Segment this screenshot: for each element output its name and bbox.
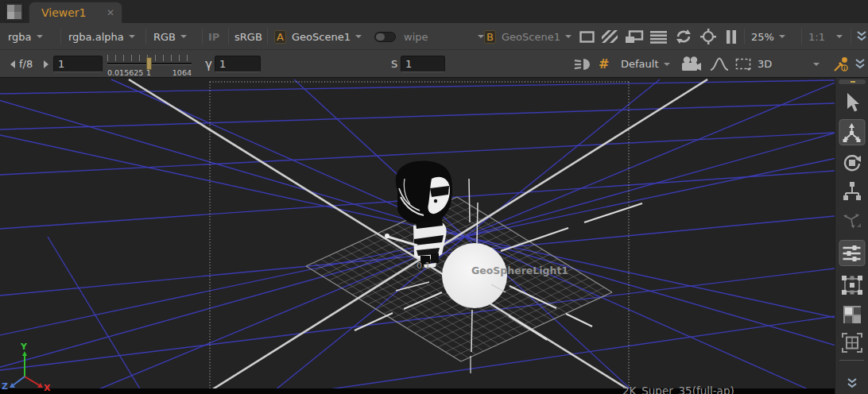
- gamma-label: γ: [205, 50, 212, 78]
- world-axis-line-x: [129, 79, 636, 394]
- color-sample-button[interactable]: [833, 50, 849, 78]
- tab-viewer1[interactable]: Viewer1 ✕: [29, 2, 122, 23]
- viewer-toolbar-bottom: f/8 0.015625 1 1064 γ 0 1 4 S: [0, 50, 868, 78]
- close-icon[interactable]: ✕: [107, 7, 114, 18]
- toolbar-overflow-button[interactable]: [856, 23, 867, 50]
- cursor-icon: [844, 92, 860, 113]
- input-b-selector[interactable]: B GeoScene1: [484, 23, 572, 50]
- gamma-field-wrap: [215, 50, 261, 78]
- roi-button[interactable]: [579, 23, 595, 50]
- separator: [744, 29, 745, 44]
- refresh-icon: [675, 29, 692, 44]
- diagonal-stripes-icon: [602, 30, 618, 43]
- chevron-down-icon: [478, 35, 484, 41]
- update-button[interactable]: [700, 23, 716, 50]
- wipe-mode-dropdown[interactable]: wipe: [404, 23, 484, 50]
- side-toolbar-divider: [839, 360, 864, 361]
- scale-tool-button[interactable]: [842, 181, 862, 202]
- viewer-lut-dropdown[interactable]: Default: [621, 50, 670, 78]
- grid-toggle-button[interactable]: #: [599, 50, 609, 78]
- chevron-down-icon: [664, 63, 670, 69]
- zoom-level-dropdown[interactable]: 25%: [751, 23, 785, 50]
- side-toolbar-handle[interactable]: [839, 79, 866, 84]
- headlight-icon: [574, 57, 593, 71]
- gain-input[interactable]: [53, 56, 103, 72]
- channel-layer-dropdown[interactable]: rgba: [8, 23, 43, 50]
- input-b-badge: B: [484, 30, 496, 44]
- gamma-input[interactable]: [215, 56, 261, 72]
- rectangle-outline-icon: [579, 31, 595, 43]
- right-triangle-icon: [44, 60, 52, 68]
- format-label: 2K_Super_35(full-ap): [622, 384, 734, 394]
- frame-view-button[interactable]: [841, 332, 863, 353]
- wipe-toggle[interactable]: [374, 23, 396, 50]
- axis-z-label: Z: [2, 381, 8, 392]
- rotate-tool-button[interactable]: [842, 153, 862, 173]
- light-label: GeoSphereLight1: [471, 265, 568, 276]
- pixel-aspect-dropdown[interactable]: 1:1: [808, 23, 843, 50]
- pane-menu-icon: [7, 5, 14, 12]
- chevron-down-icon: [836, 35, 843, 41]
- next-stop-button[interactable]: [44, 50, 52, 78]
- nuke-viewer-window: Viewer1 ✕ rgba rgba.alpha RGB IP sRGB A …: [0, 0, 868, 394]
- headlamp-button[interactable]: [574, 50, 593, 78]
- rotate-icon: [842, 153, 862, 173]
- eyedropper-icon: [833, 56, 849, 72]
- vertex-select-button[interactable]: [841, 275, 863, 296]
- double-chevron-down-icon: [854, 59, 866, 70]
- input-a-selector[interactable]: A GeoScene1: [274, 23, 362, 50]
- chevron-down-icon: [779, 35, 785, 41]
- separator: [851, 29, 851, 44]
- layout-grid-button[interactable]: [842, 304, 862, 325]
- toggle-switch-icon: [374, 32, 396, 42]
- occluded-label: 0.1: [417, 261, 431, 271]
- saturation-input[interactable]: [401, 56, 445, 72]
- chevron-down-icon: [180, 35, 187, 41]
- gain-slider[interactable]: 0.015625 1 1064: [107, 50, 192, 78]
- select-tool-button[interactable]: [844, 92, 860, 113]
- bell-curve-icon: [710, 57, 729, 71]
- pane-menu-button[interactable]: [5, 2, 24, 21]
- pause-button[interactable]: [726, 23, 737, 50]
- alpha-channel-dropdown[interactable]: rgba.alpha: [68, 23, 135, 50]
- double-chevron-down-icon: [856, 31, 867, 42]
- transform-handles-button[interactable]: [842, 210, 862, 230]
- tab-title: Viewer1: [41, 6, 87, 19]
- translate-icon: [842, 122, 862, 143]
- marquee-select-button[interactable]: [735, 50, 752, 78]
- lock-camera-button[interactable]: [681, 50, 702, 78]
- refresh-button[interactable]: [675, 23, 692, 50]
- separator: [228, 29, 229, 44]
- view-transform-button[interactable]: sRGB: [234, 23, 262, 50]
- input-a-badge: A: [274, 30, 286, 44]
- tab-bar: Viewer1 ✕: [0, 0, 868, 23]
- chevron-down-icon: [355, 35, 362, 41]
- viewer-side-toolbar: [835, 78, 868, 394]
- separator: [801, 29, 802, 44]
- scanline-button[interactable]: [650, 23, 667, 50]
- viewport-3d[interactable]: 0.1 GeoSphereLight1 2K_Super_35(full-ap): [0, 78, 835, 394]
- overlapping-frames-icon: [625, 30, 644, 44]
- crosshair-circle-icon: [700, 29, 716, 44]
- axis-y-label: Y: [20, 342, 28, 352]
- chevron-down-icon: [565, 35, 572, 41]
- translate-tool-button[interactable]: [839, 119, 865, 145]
- viewer-settings-button[interactable]: [839, 240, 865, 266]
- fstop-label[interactable]: f/8: [19, 50, 33, 78]
- proxy-mode-button[interactable]: [602, 23, 618, 50]
- gain-curve-button[interactable]: [710, 50, 729, 78]
- display-channels-dropdown[interactable]: RGB: [153, 23, 187, 50]
- horizontal-lines-icon: [650, 30, 667, 44]
- view-mode-dropdown[interactable]: 3D: [758, 50, 820, 78]
- side-toolbar-overflow-button[interactable]: [847, 378, 858, 389]
- input-process-button[interactable]: IP: [208, 23, 219, 50]
- movie-camera-icon: [681, 56, 702, 71]
- prev-stop-button[interactable]: [6, 50, 15, 78]
- toolbar2-overflow-button[interactable]: [854, 50, 866, 78]
- sliders-icon: [842, 244, 862, 263]
- dashed-rectangle-icon: [735, 58, 752, 71]
- clip-warning-button[interactable]: [625, 23, 644, 50]
- axis-x-label: X: [44, 383, 51, 393]
- pause-icon: [726, 30, 737, 44]
- chevron-down-icon: [37, 35, 43, 41]
